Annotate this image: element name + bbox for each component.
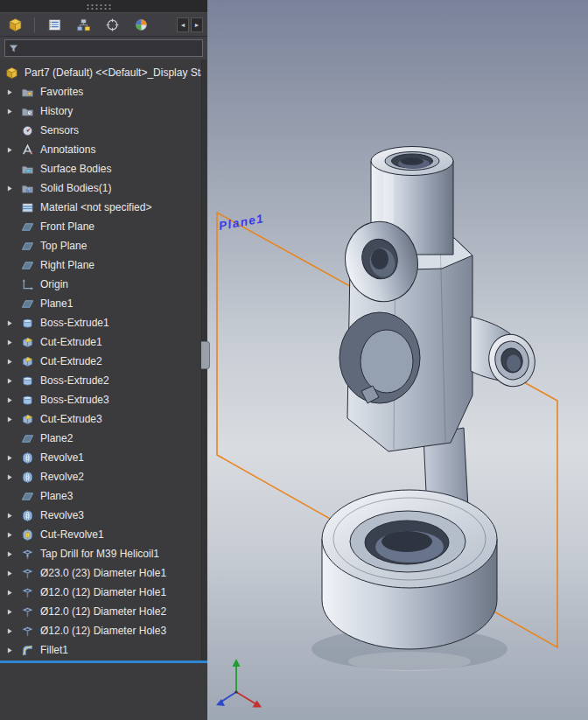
expand-arrow-icon[interactable] <box>7 647 21 654</box>
tab-displaymanager[interactable] <box>130 15 151 34</box>
folder-surface-icon <box>21 162 36 176</box>
tree-root-item[interactable]: Part7 (Default) <<Default>_Display Sta <box>0 63 207 82</box>
graphics-viewport[interactable]: Plane1 <box>207 0 588 720</box>
plane-icon <box>21 297 36 311</box>
tree-item[interactable]: Cut-Extrude3 <box>0 409 207 429</box>
expand-arrow-icon[interactable] <box>7 185 21 192</box>
sensors-icon <box>21 123 36 137</box>
nav-forward-button[interactable]: ► <box>191 17 203 32</box>
expand-arrow-icon[interactable] <box>7 359 21 365</box>
expand-arrow-icon[interactable] <box>7 89 21 95</box>
hole-icon <box>21 605 36 619</box>
tree-item-label: Ø12.0 (12) Diameter Hole3 <box>40 625 166 637</box>
orientation-triad <box>216 659 262 708</box>
expand-arrow-icon[interactable] <box>7 147 21 153</box>
origin-icon <box>21 277 36 291</box>
panel-titlebar[interactable] <box>0 0 207 12</box>
tree-item-label: Ø12.0 (12) Diameter Hole2 <box>40 605 166 618</box>
boss-extrude-icon <box>21 374 36 388</box>
tab-featuremanager[interactable] <box>4 15 25 34</box>
tree-item[interactable]: Origin <box>0 275 207 294</box>
tree-item[interactable]: Plane2 <box>0 429 207 448</box>
feature-manager-panel: ◄ ► Part7 (Default) <<Default>_Display S… <box>0 0 207 720</box>
expand-arrow-icon[interactable] <box>7 551 21 557</box>
cut-extrude-icon <box>21 354 36 368</box>
expand-arrow-icon[interactable] <box>7 397 21 403</box>
cut-extrude-icon <box>21 412 36 426</box>
tree-item[interactable]: Front Plane <box>0 217 207 236</box>
tree-item[interactable]: Revolve3 <box>0 506 207 525</box>
expand-arrow-icon[interactable] <box>7 339 21 346</box>
tab-dimxpertmanager[interactable] <box>102 15 122 34</box>
tree-item-label: Revolve2 <box>40 471 84 483</box>
tree-item[interactable]: Material <not specified> <box>0 198 207 217</box>
tree-item[interactable]: Cut-Extrude1 <box>0 332 207 352</box>
tree-item[interactable]: Boss-Extrude3 <box>0 390 207 409</box>
tree-item[interactable]: Top Plane <box>0 236 207 255</box>
expand-arrow-icon[interactable] <box>7 378 21 384</box>
expand-arrow-icon[interactable] <box>7 532 21 538</box>
tree-item-label: Boss-Extrude3 <box>40 394 109 406</box>
triad-z-axis <box>216 692 236 706</box>
tree-item-label: History <box>40 105 73 117</box>
expand-arrow-icon[interactable] <box>7 474 21 480</box>
revolve-icon <box>21 470 36 484</box>
tree-item[interactable]: Solid Bodies(1) <box>0 178 207 198</box>
expand-arrow-icon[interactable] <box>7 108 21 115</box>
tree-item[interactable]: Ø12.0 (12) Diameter Hole2 <box>0 602 207 621</box>
revolve-icon <box>21 508 36 522</box>
tree-item[interactable]: Boss-Extrude2 <box>0 371 207 390</box>
panel-collapse-handle[interactable] <box>201 341 210 369</box>
tree-item-label: Ø23.0 (23) Diameter Hole1 <box>40 567 166 579</box>
tree-item[interactable]: Revolve1 <box>0 448 207 467</box>
folder-star-icon <box>21 85 36 99</box>
tree-filter-input[interactable] <box>22 43 200 53</box>
folder-solid-icon <box>21 181 36 195</box>
tree-item-label: Tap Drill for M39 Helicoil1 <box>40 548 159 560</box>
nav-back-button[interactable]: ◄ <box>177 17 189 32</box>
tree-item[interactable]: Favorites <box>0 82 207 101</box>
toolbar-separator <box>34 17 35 32</box>
tree-item-label: Material <not specified> <box>40 201 151 213</box>
tree-item-label: Boss-Extrude1 <box>40 317 109 329</box>
tree-item-label: Right Plane <box>40 259 94 271</box>
tree-item-label: Part7 (Default) <<Default>_Display Sta <box>24 66 206 79</box>
expand-arrow-icon[interactable] <box>7 416 21 423</box>
tree-item-label: Fillet1 <box>40 644 68 656</box>
tree-item[interactable]: Annotations <box>0 140 207 159</box>
expand-arrow-icon[interactable] <box>7 570 21 577</box>
tree-item-label: Surface Bodies <box>40 163 111 175</box>
hole-tap-icon <box>21 547 36 561</box>
tree-item[interactable]: Tap Drill for M39 Helicoil1 <box>0 544 207 563</box>
tree-item[interactable]: Revolve2 <box>0 467 207 486</box>
expand-arrow-icon[interactable] <box>7 609 21 615</box>
hole-icon <box>21 624 36 638</box>
tree-item[interactable]: Fillet1 <box>0 640 207 660</box>
plane-icon <box>21 239 36 253</box>
expand-arrow-icon[interactable] <box>7 455 21 461</box>
tree-item[interactable]: Cut-Extrude2 <box>0 352 207 371</box>
expand-arrow-icon[interactable] <box>7 513 21 519</box>
plane-icon <box>21 489 36 503</box>
tree-item[interactable]: Ø12.0 (12) Diameter Hole3 <box>0 621 207 640</box>
tree-item[interactable]: Plane3 <box>0 486 207 506</box>
panel-lower-area <box>0 663 207 720</box>
tab-propertymanager[interactable] <box>44 15 65 34</box>
tree-item[interactable]: Surface Bodies <box>0 159 207 178</box>
filter-box <box>4 39 203 57</box>
tree-item[interactable]: Sensors <box>0 121 207 140</box>
tree-item[interactable]: Plane1 <box>0 294 207 313</box>
tree-item[interactable]: History <box>0 101 207 121</box>
expand-arrow-icon[interactable] <box>7 320 21 326</box>
tree-item[interactable]: Cut-Revolve1 <box>0 525 207 544</box>
drag-grip-icon[interactable] <box>86 3 112 10</box>
tab-configurationmanager[interactable] <box>73 15 94 34</box>
part-model[interactable] <box>322 147 540 650</box>
plane-label[interactable]: Plane1 <box>218 212 265 233</box>
tree-item[interactable]: Ø23.0 (23) Diameter Hole1 <box>0 563 207 583</box>
tree-item[interactable]: Boss-Extrude1 <box>0 313 207 332</box>
expand-arrow-icon[interactable] <box>7 590 21 596</box>
expand-arrow-icon[interactable] <box>7 628 21 634</box>
tree-item[interactable]: Right Plane <box>0 255 207 275</box>
tree-item[interactable]: Ø12.0 (12) Diameter Hole1 <box>0 583 207 602</box>
